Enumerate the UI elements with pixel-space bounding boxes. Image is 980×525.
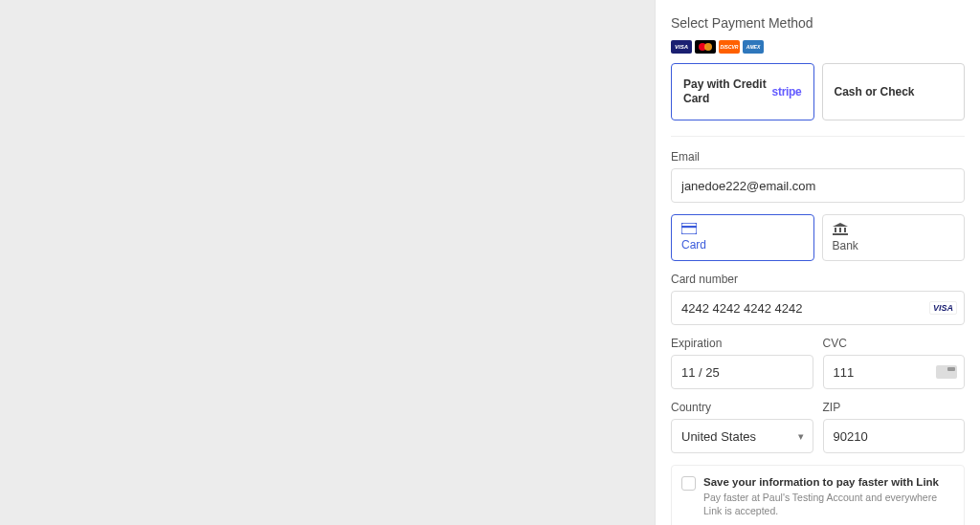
country-label: Country — [671, 401, 813, 414]
svg-rect-6 — [833, 233, 848, 235]
card-icon — [681, 223, 804, 236]
amex-icon: AMEX — [743, 40, 764, 54]
card-brand-row: VISA DISCVR AMEX — [671, 40, 965, 54]
visa-icon: VISA — [671, 40, 692, 54]
svg-rect-0 — [681, 223, 697, 234]
svg-rect-5 — [844, 228, 846, 232]
mastercard-icon — [695, 40, 716, 54]
tab-card-label: Card — [681, 238, 804, 252]
card-number-label: Card number — [671, 273, 965, 286]
link-save-box: Save your information to pay faster with… — [671, 465, 965, 525]
cvc-card-icon — [936, 365, 957, 379]
link-title: Save your information to pay faster with… — [703, 475, 954, 490]
pay-credit-card-label: Pay with Credit Card — [683, 77, 772, 106]
detected-card-visa-icon: VISA — [929, 301, 957, 315]
zip-label: ZIP — [823, 401, 966, 414]
pay-credit-card-option[interactable]: Pay with Credit Card stripe — [671, 63, 814, 120]
zip-field[interactable] — [823, 419, 966, 453]
tab-bank-label: Bank — [833, 239, 955, 252]
bank-icon — [833, 223, 955, 237]
divider — [671, 136, 965, 137]
country-select[interactable]: United States — [671, 419, 813, 453]
email-field[interactable] — [671, 168, 965, 203]
pay-cash-check-label: Cash or Check — [835, 85, 915, 99]
tab-bank[interactable]: Bank — [822, 214, 966, 261]
cvc-label: CVC — [823, 337, 966, 350]
section-title: Select Payment Method — [671, 15, 965, 31]
expiration-label: Expiration — [671, 337, 813, 350]
save-info-checkbox[interactable] — [681, 476, 696, 491]
svg-rect-4 — [839, 228, 841, 232]
stripe-badge: stripe — [772, 85, 802, 98]
payment-panel: Select Payment Method VISA DISCVR AMEX P… — [655, 0, 980, 525]
left-blank — [0, 0, 655, 525]
pay-cash-check-option[interactable]: Cash or Check — [822, 63, 966, 120]
email-label: Email — [671, 150, 965, 164]
svg-rect-1 — [681, 226, 697, 228]
tab-card[interactable]: Card — [671, 214, 814, 261]
link-subtitle: Pay faster at Paul's Testing Account and… — [703, 492, 954, 517]
expiration-field[interactable] — [671, 355, 813, 389]
discover-icon: DISCVR — [719, 40, 740, 54]
svg-rect-3 — [835, 228, 836, 232]
card-number-field[interactable] — [671, 291, 965, 325]
svg-marker-2 — [833, 223, 848, 227]
